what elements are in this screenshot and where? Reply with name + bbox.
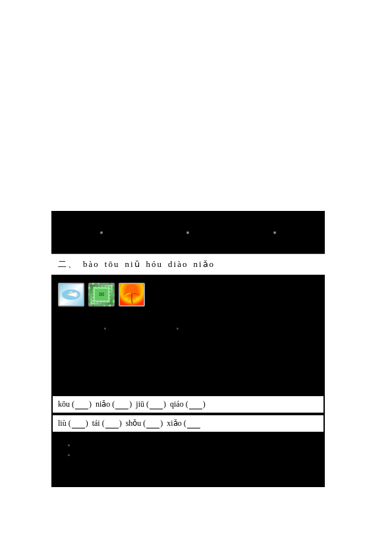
fill-pinyin-tai: tái [92, 419, 100, 428]
header-dot-3 [273, 231, 276, 234]
fill-blank-7[interactable] [146, 419, 159, 428]
fill-blank-5[interactable] [72, 419, 85, 428]
bottom-dot-1 [68, 444, 70, 446]
fill-item-jiu: jiū ( ) [136, 399, 166, 409]
fill-pinyin-qiao: qiáo [170, 399, 184, 409]
fill-item-tai: tái ( ) [92, 419, 122, 428]
fill-open-2: ( [110, 399, 115, 409]
fill-open-5: ( [67, 419, 71, 428]
fill-row-2: liù ( ) tái ( ) shǒu ( ) xiǎo ( [53, 415, 323, 432]
image-section: ✉ [51, 275, 325, 314]
fill-open-1: ( [70, 399, 74, 409]
fill-item-xiao: xiǎo ( [167, 419, 200, 428]
fill-item-niao: niǎo ( ) [96, 399, 132, 409]
fill-blank-2[interactable] [115, 400, 128, 409]
fill-item-liu: liù ( ) [58, 419, 88, 428]
fill-pinyin-kou: kōu [58, 399, 70, 409]
fill-item-kou: kōu ( ) [58, 399, 92, 409]
fill-open-3: ( [144, 399, 149, 409]
fill-row-1: kōu ( ) niǎo ( ) jiū ( ) qiáo ( [53, 396, 323, 413]
pinyin-niu: niǔ [125, 259, 140, 270]
svg-text:✉: ✉ [99, 291, 104, 298]
svg-point-8 [126, 298, 128, 300]
fill-close-2: ) [129, 399, 132, 409]
header-dot-2 [186, 231, 189, 234]
content-black [51, 314, 325, 394]
pinyin-niao: niǎo [193, 259, 215, 270]
pinyin-bar: 二、 bào tōu niǔ hóu diào niǎo [51, 254, 325, 275]
fill-pinyin-jiu: jiū [136, 399, 144, 409]
top-whitespace [0, 0, 392, 211]
umbrella-image [119, 283, 145, 307]
fill-open-8: ( [182, 419, 186, 428]
pinyin-tou: tōu [105, 259, 120, 270]
bottom-black [51, 434, 325, 487]
fill-pinyin-shou: shǒu [126, 419, 142, 428]
section-number: 二、 [58, 258, 78, 270]
umbrella-svg [121, 285, 142, 304]
fill-blank-6[interactable] [105, 419, 119, 428]
fill-item-qiao: qiáo ( ) [170, 399, 206, 409]
page: 二、 bào tōu niǔ hóu diào niǎo [0, 0, 392, 555]
fill-blank-4[interactable] [189, 400, 202, 409]
black-header [51, 211, 325, 254]
content-dot-2 [177, 328, 179, 330]
fill-pinyin-xiao: xiǎo [167, 419, 181, 428]
fill-close-7: ) [160, 419, 163, 428]
fill-close-6: ) [119, 419, 122, 428]
svg-point-9 [136, 298, 138, 300]
fill-open-6: ( [100, 419, 105, 428]
fill-blank-3[interactable] [150, 400, 163, 409]
fill-open-4: ( [184, 399, 188, 409]
main-content-box: 二、 bào tōu niǔ hóu diào niǎo [51, 211, 325, 487]
airplane-image [58, 283, 84, 307]
header-dot-1 [100, 231, 103, 234]
pinyin-bao: bào [83, 259, 99, 270]
fill-close-4: ) [203, 399, 206, 409]
fill-blank-1[interactable] [75, 400, 88, 409]
fill-close-3: ) [163, 399, 166, 409]
content-dot-1 [104, 328, 106, 330]
pinyin-hou: hóu [146, 259, 163, 270]
fill-item-shou: shǒu ( ) [126, 419, 163, 428]
fill-blank-8[interactable] [187, 419, 200, 428]
airplane-svg [61, 285, 82, 304]
bottom-dot-2 [68, 454, 70, 456]
fill-pinyin-niao: niǎo [96, 399, 110, 409]
fill-close-5: ) [86, 419, 88, 428]
fill-close-1: ) [89, 399, 92, 409]
svg-point-10 [131, 287, 132, 289]
stamp-image: ✉ [88, 283, 115, 307]
stamp-svg: ✉ [91, 285, 112, 304]
fill-pinyin-liu: liù [58, 419, 67, 428]
pinyin-diao: diào [168, 259, 188, 270]
fill-open-7: ( [141, 419, 146, 428]
